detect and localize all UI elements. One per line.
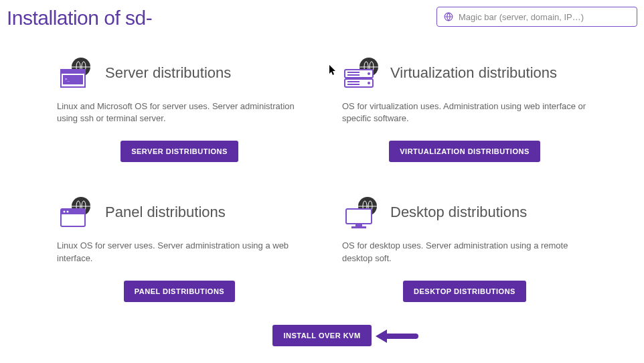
search-input[interactable] [459, 12, 630, 22]
card-virtualization: Virtualization distributions OS for virt… [342, 56, 587, 162]
card-title-desktop: Desktop distributions [390, 204, 527, 221]
page-title: Installation of sd- [7, 7, 152, 29]
desktop-distributions-button[interactable]: DESKTOP DISTRIBUTIONS [403, 281, 526, 302]
svg-point-17 [368, 72, 370, 75]
virtualization-distributions-button[interactable]: VIRTUALIZATION DISTRIBUTIONS [389, 141, 540, 162]
svg-rect-30 [355, 224, 362, 226]
card-desc-virtualization: OS for virtualization uses. Administrati… [342, 100, 587, 125]
svg-rect-31 [351, 226, 366, 228]
svg-rect-15 [347, 81, 359, 82]
server-icon: >_ [57, 56, 97, 90]
card-server: >_ Server distributions Linux and Micros… [57, 56, 302, 162]
cursor-icon [329, 65, 337, 76]
svg-point-18 [368, 82, 370, 84]
card-panel: Panel distributions Linux OS for server … [57, 196, 302, 301]
server-distributions-button[interactable]: SERVER DISTRIBUTIONS [120, 141, 238, 162]
svg-rect-5 [61, 70, 85, 74]
svg-rect-16 [347, 84, 359, 85]
svg-point-25 [67, 211, 69, 213]
svg-point-24 [64, 211, 66, 213]
virtualization-icon [342, 56, 382, 90]
globe-icon [444, 12, 453, 21]
card-title-panel: Panel distributions [105, 204, 226, 221]
card-desktop: Desktop distributions OS for desktop use… [342, 196, 587, 301]
card-desc-server: Linux and Microsoft OS for server uses. … [57, 100, 302, 125]
panel-icon [57, 196, 97, 229]
install-over-kvm-button[interactable]: INSTALL OVER KVM [272, 325, 371, 346]
svg-text:>_: >_ [65, 76, 70, 82]
card-desc-desktop: OS for desktop uses. Server administrati… [342, 240, 587, 264]
desktop-icon [342, 196, 382, 229]
card-desc-panel: Linux OS for server uses. Server adminis… [57, 240, 302, 264]
svg-rect-29 [346, 209, 372, 224]
panel-distributions-button[interactable]: PANEL DISTRIBUTIONS [124, 281, 235, 302]
arrow-annotation-icon [372, 326, 419, 349]
svg-rect-14 [347, 74, 359, 76]
svg-rect-13 [347, 72, 359, 73]
card-title-virtualization: Virtualization distributions [390, 64, 557, 82]
search-input-wrap[interactable] [436, 7, 637, 27]
card-title-server: Server distributions [105, 64, 231, 82]
